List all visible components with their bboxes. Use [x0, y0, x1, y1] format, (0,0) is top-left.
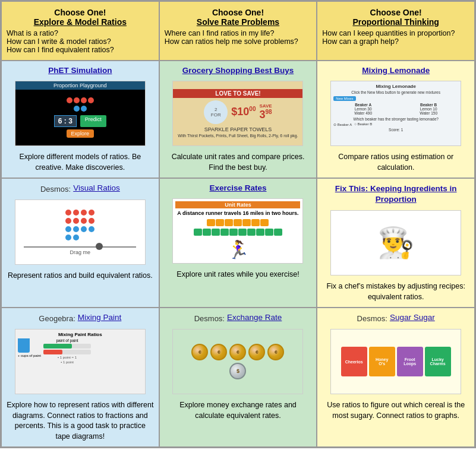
ex-bar	[194, 229, 202, 236]
mixing-paint-link[interactable]: Mixing Paint	[78, 313, 122, 322]
paint-header: Mixing Paint Ratios	[18, 332, 143, 337]
explore-btn[interactable]: Explore	[67, 129, 94, 138]
paint-bar-2	[43, 350, 91, 354]
exercise-title-bar: Unit Rates	[175, 201, 300, 208]
header-col3-q2: How can a graph help?	[322, 37, 469, 46]
header-col1-questions: What is a ratio? How can I write & model…	[7, 29, 154, 54]
dot	[81, 210, 87, 216]
ex-bar	[220, 229, 229, 236]
grocery-link[interactable]: Grocery Shopping Best Buys	[182, 66, 294, 75]
dot	[73, 235, 79, 240]
header-col1-q3: How can I find equivalent ratios?	[7, 46, 154, 54]
ex-bar	[251, 219, 260, 226]
sugar-sugar-thumbnail: Cheerios HoneyO's FrootLoops LuckyCharms	[330, 329, 461, 394]
lem-beaker-a: Beaker A Lemon 30 Water 490	[354, 103, 372, 115]
lem-new-mix-btn[interactable]: New Mixes	[333, 96, 355, 101]
lem-radio-a[interactable]: ⊙ Beaker A	[333, 122, 352, 126]
coin-4: ¢	[248, 344, 265, 360]
coins-row-1: ¢ ¢ ¢ ¢ ¢	[191, 344, 284, 360]
dot	[81, 218, 87, 224]
dot	[73, 218, 79, 224]
lem-beakers: Beaker A Lemon 30 Water 490 Beaker B Lem…	[333, 103, 458, 115]
desmos-prefix-3: Desmos:	[357, 314, 387, 323]
row3-col1: Geogebra: Mixing Paint Mixing Paint Rati…	[1, 308, 159, 447]
paint-label-left: + cups of paint	[18, 354, 41, 357]
exercise-link[interactable]: Exercise Rates	[209, 183, 266, 192]
row1-col3: Mixing Lemonade Mixing Lemonade Click th…	[317, 61, 475, 178]
coin-silver-1: $	[229, 363, 246, 379]
exchange-rate-title-line: Desmos: Exchange Rate	[194, 313, 282, 324]
beaker-a-lemon: Lemon 30	[354, 107, 372, 111]
exchange-rate-link[interactable]: Exchange Rate	[227, 313, 282, 322]
paint-left: + cups of paint	[18, 338, 41, 364]
drag-handle[interactable]	[96, 243, 103, 250]
save-badge: SAVE 398	[259, 103, 272, 121]
desmos-prefix: Desmos:	[40, 185, 71, 194]
phet-circles-top	[67, 97, 94, 103]
dot	[65, 218, 71, 224]
header-col1: Choose One! Explore & Model Ratios What …	[1, 1, 159, 61]
dot	[89, 226, 94, 232]
phet-circle	[81, 106, 87, 112]
phet-content: 6 : 3 Predict Explore	[54, 96, 106, 138]
coin-3: ¢	[229, 344, 246, 360]
beaker-b-water: Water 150	[420, 111, 437, 115]
cereal-box-4: LuckyCharms	[425, 347, 451, 376]
visual-ratios-link[interactable]: Visual Ratios	[73, 183, 120, 192]
phet-link[interactable]: PhET Simulation	[48, 66, 112, 75]
header-col3-subtitle: Proportional Thinking	[322, 17, 469, 27]
fix-this-link[interactable]: Fix This: Keeping Ingredients in Proport…	[322, 183, 469, 204]
grocery-banner: LOVE TO SAVE!	[173, 89, 302, 98]
dot	[65, 210, 71, 216]
header-col1-q2: How can I write & model ratios?	[7, 37, 154, 46]
exercise-thumbnail: Unit Rates A distance runner travels 16 …	[172, 198, 303, 264]
dot-row-3	[65, 226, 94, 232]
predict-label: Predict	[80, 115, 106, 127]
coin-2: ¢	[210, 344, 227, 360]
lem-radio-b[interactable]: ○ Beaker B	[354, 122, 372, 126]
dot	[73, 226, 79, 232]
paint-fraction-label: • 1 point = 1	[43, 356, 91, 359]
header-col2-subtitle: Solve Rate Problems	[165, 17, 312, 27]
coins-row-2: $	[229, 363, 246, 379]
dot	[65, 226, 71, 232]
lemonade-desc: Compare ratios using estimation or calcu…	[322, 152, 469, 173]
sugar-sugar-title-line: Desmos: Sugar Sugar	[357, 313, 435, 324]
phet-circle	[67, 97, 72, 103]
header-col1-choose: Choose One!	[7, 8, 154, 17]
coin-1: ¢	[191, 344, 208, 360]
paint-content: + cups of paint paint of paint • 1 point…	[18, 338, 143, 364]
dot	[65, 235, 71, 240]
sugar-sugar-link[interactable]: Sugar Sugar	[390, 313, 435, 322]
lemonade-link[interactable]: Mixing Lemonade	[362, 66, 430, 75]
ex-bar	[225, 219, 233, 226]
row3-col3: Desmos: Sugar Sugar Cheerios HoneyO's Fr…	[317, 308, 475, 447]
phet-circle	[74, 106, 80, 112]
header-col3-questions: How can I keep quantities in proportion?…	[322, 29, 469, 46]
header-col2-q1: Where can I find ratios in my life?	[165, 29, 312, 37]
visual-ratios-title-line: Desmos: Visual Ratios	[40, 183, 120, 195]
lem-instruction: Click the New Mixs button to generate ne…	[333, 90, 458, 94]
row2-col3: Fix This: Keeping Ingredients in Proport…	[317, 178, 475, 308]
ex-bar	[216, 219, 224, 226]
paint-bar-2-fill	[43, 350, 62, 354]
beaker-a-label: Beaker A	[354, 103, 372, 107]
dot-row-2	[65, 218, 94, 224]
header-col2-questions: Where can I find ratios in my life? How …	[165, 29, 312, 46]
chef-thumbnail: 👨‍🍳	[330, 210, 461, 275]
phet-circle	[81, 97, 87, 103]
visual-ratios-thumbnail: Drag me	[15, 199, 146, 265]
ex-bar	[229, 229, 238, 236]
row3-col2: Desmos: Exchange Rate ¢ ¢ ¢ ¢ ¢ $ Explor…	[159, 308, 317, 447]
sugar-sugar-desc: Use ratios to figure out which cereal is…	[322, 400, 469, 421]
ex-bar	[260, 219, 269, 226]
row1-col2: Grocery Shopping Best Buys LOVE TO SAVE!…	[159, 61, 317, 178]
runner-icon: 🏃‍♀️	[227, 239, 249, 260]
exercise-desc: Explore unit rates while you exercise!	[176, 270, 299, 280]
phet-circles-bottom	[74, 106, 87, 112]
header-col3-q1: How can I keep quantities in proportion?	[322, 29, 469, 37]
paint-percent-label: • 1 point	[43, 360, 91, 364]
main-price: $1000	[231, 106, 256, 118]
ex-bar	[238, 229, 247, 236]
exchange-rate-desc: Explore money exchange rates and calcula…	[165, 400, 312, 421]
